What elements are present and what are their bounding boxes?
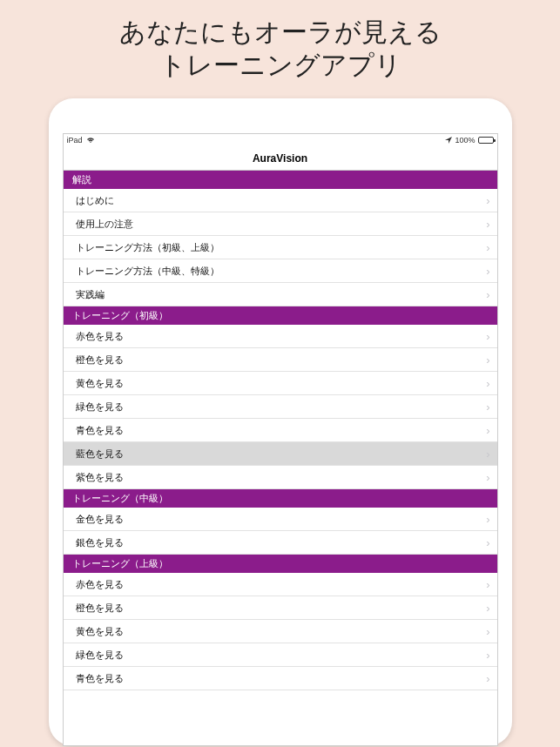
list-item-label: 実践編: [76, 288, 105, 301]
table-view[interactable]: 解説はじめに›使用上の注意›トレーニング方法（初級、上級）›トレーニング方法（中…: [64, 171, 497, 690]
list-item-label: 緑色を見る: [76, 649, 124, 662]
list-item-label: 赤色を見る: [76, 330, 124, 343]
list-item[interactable]: 紫色を見る›: [64, 466, 497, 489]
list-item[interactable]: 緑色を見る›: [64, 643, 497, 667]
list-item[interactable]: 実践編›: [64, 283, 497, 306]
list-item-label: トレーニング方法（中級、特級）: [76, 265, 219, 278]
list-item-label: 使用上の注意: [76, 218, 133, 231]
status-bar: iPad 100%: [64, 134, 497, 146]
ipad-screen: iPad 100% AuraVision 解説はじめに›使用上の注意›トレーニン…: [63, 133, 498, 746]
list-item-label: 青色を見る: [76, 672, 124, 685]
chevron-right-icon: ›: [486, 241, 489, 254]
list-item[interactable]: 銀色を見る›: [64, 531, 497, 555]
list-item-label: 橙色を見る: [76, 602, 124, 615]
list-item[interactable]: 金色を見る›: [64, 508, 497, 531]
section-header: トレーニング（中級）: [64, 489, 497, 508]
chevron-right-icon: ›: [486, 578, 489, 591]
status-left: iPad: [67, 136, 95, 145]
list-item-label: 銀色を見る: [76, 536, 124, 549]
list-item[interactable]: 橙色を見る›: [64, 596, 497, 620]
status-right: 100%: [445, 136, 493, 145]
chevron-right-icon: ›: [486, 377, 489, 390]
chevron-right-icon: ›: [486, 448, 489, 461]
promo-line-1: あなたにもオーラが見える: [0, 16, 560, 49]
list-item-label: 紫色を見る: [76, 471, 124, 484]
list-item[interactable]: トレーニング方法（中級、特級）›: [64, 259, 497, 283]
list-item-label: 緑色を見る: [76, 400, 124, 414]
location-icon: [445, 137, 452, 144]
chevron-right-icon: ›: [486, 649, 489, 662]
chevron-right-icon: ›: [486, 424, 489, 437]
chevron-right-icon: ›: [486, 288, 489, 301]
battery-percent: 100%: [455, 136, 475, 145]
list-item-label: トレーニング方法（初級、上級）: [76, 241, 219, 254]
section-header: トレーニング（初級）: [64, 306, 497, 325]
list-item[interactable]: 青色を見る›: [64, 667, 497, 690]
chevron-right-icon: ›: [486, 400, 489, 414]
list-item-label: 黄色を見る: [76, 625, 124, 638]
chevron-right-icon: ›: [486, 536, 489, 549]
list-item[interactable]: 黄色を見る›: [64, 620, 497, 643]
list-item[interactable]: トレーニング方法（初級、上級）›: [64, 236, 497, 259]
ipad-frame: iPad 100% AuraVision 解説はじめに›使用上の注意›トレーニン…: [49, 98, 512, 746]
nav-bar: AuraVision: [64, 146, 497, 171]
list-item[interactable]: 黄色を見る›: [64, 372, 497, 395]
list-item[interactable]: 赤色を見る›: [64, 325, 497, 348]
list-item[interactable]: 赤色を見る›: [64, 573, 497, 596]
list-item-label: 黄色を見る: [76, 377, 124, 390]
list-item-label: 橙色を見る: [76, 353, 124, 367]
chevron-right-icon: ›: [486, 353, 489, 367]
list-item[interactable]: 藍色を見る›: [64, 442, 497, 466]
chevron-right-icon: ›: [486, 330, 489, 343]
wifi-icon: [86, 137, 95, 144]
chevron-right-icon: ›: [486, 265, 489, 278]
list-item-label: 赤色を見る: [76, 578, 124, 591]
chevron-right-icon: ›: [486, 513, 489, 526]
list-item[interactable]: 使用上の注意›: [64, 212, 497, 236]
chevron-right-icon: ›: [486, 672, 489, 685]
nav-title: AuraVision: [253, 152, 307, 165]
list-item[interactable]: 青色を見る›: [64, 419, 497, 442]
promo-line-2: トレーニングアプリ: [0, 49, 560, 82]
chevron-right-icon: ›: [486, 194, 489, 207]
promo-header: あなたにもオーラが見える トレーニングアプリ: [0, 0, 560, 91]
chevron-right-icon: ›: [486, 625, 489, 638]
list-item-label: 青色を見る: [76, 424, 124, 437]
chevron-right-icon: ›: [486, 471, 489, 484]
section-header: 解説: [64, 171, 497, 189]
list-item[interactable]: 緑色を見る›: [64, 395, 497, 419]
carrier-label: iPad: [67, 136, 83, 145]
list-item-label: 藍色を見る: [76, 448, 124, 461]
chevron-right-icon: ›: [486, 218, 489, 231]
list-item[interactable]: 橙色を見る›: [64, 348, 497, 372]
list-item-label: 金色を見る: [76, 513, 124, 526]
section-header: トレーニング（上級）: [64, 555, 497, 573]
list-item[interactable]: はじめに›: [64, 189, 497, 212]
list-item-label: はじめに: [76, 194, 114, 207]
battery-icon: [478, 137, 494, 144]
chevron-right-icon: ›: [486, 602, 489, 615]
